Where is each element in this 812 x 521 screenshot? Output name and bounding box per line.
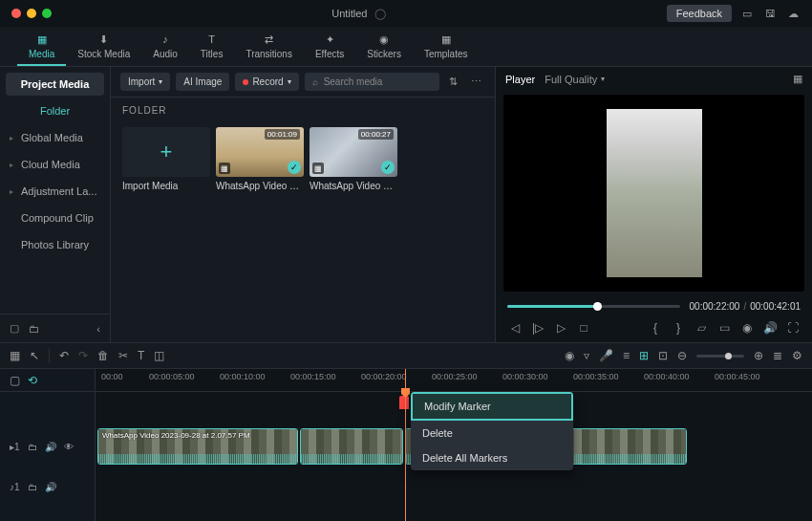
effects-icon: ✦: [322, 32, 337, 47]
step-back-icon[interactable]: |▷: [530, 321, 545, 335]
tab-titles[interactable]: TTitles: [189, 27, 235, 66]
marker-icon[interactable]: ▿: [584, 349, 589, 362]
scrub-knob[interactable]: [593, 302, 602, 311]
timeline-clip[interactable]: WhatsApp Video 2023-09-28 at 2.07.57 PM: [97, 428, 298, 465]
settings-icon[interactable]: ⚙: [792, 349, 802, 362]
cloud-icon[interactable]: ☁: [785, 6, 801, 21]
timeline-clip[interactable]: [300, 428, 403, 465]
quality-dropdown[interactable]: Full Quality ▾: [545, 74, 605, 85]
text-icon[interactable]: T: [138, 349, 144, 362]
chevron-down-icon: ▾: [601, 75, 605, 83]
snap-icon[interactable]: ⊞: [639, 349, 649, 362]
mic-icon[interactable]: 🎤: [599, 349, 613, 362]
timeline-marker[interactable]: [399, 396, 409, 409]
redo-icon[interactable]: ↷: [78, 349, 88, 362]
import-dropdown[interactable]: Import ▾: [120, 73, 170, 91]
collapse-sidebar-icon[interactable]: ‹: [96, 323, 100, 335]
sidebar-item-photos-library[interactable]: Photos Library: [0, 231, 110, 258]
media-item[interactable]: 00:01:09 ▦ ✓ WhatsApp Video 202...: [216, 127, 304, 191]
video-badge-icon: ▦: [312, 163, 324, 174]
media-import-tile[interactable]: + Import Media: [122, 127, 210, 191]
window-controls: [11, 9, 52, 18]
filter-icon[interactable]: ⇅: [445, 74, 461, 90]
stock-media-icon: ⬇: [96, 32, 112, 47]
mixer-icon[interactable]: ≡: [623, 349, 630, 362]
minimize-window-button[interactable]: [27, 9, 36, 18]
media-icon: ▦: [34, 32, 50, 47]
stop-icon[interactable]: □: [576, 321, 591, 335]
track-lock-icon[interactable]: 🗀: [28, 482, 37, 492]
tab-stock-media[interactable]: ⬇Stock Media: [66, 27, 141, 66]
crop-tool-icon[interactable]: ◫: [154, 349, 164, 362]
cursor-icon[interactable]: ↖: [30, 349, 39, 362]
ai-image-button[interactable]: AI Image: [176, 73, 229, 91]
player-viewport[interactable]: [503, 95, 804, 292]
sidebar-item-global-media[interactable]: ▸Global Media: [0, 124, 110, 151]
tab-templates[interactable]: ▦Templates: [413, 27, 480, 66]
volume-icon[interactable]: 🔊: [762, 321, 778, 335]
track-manager-icon[interactable]: ▦: [10, 349, 20, 362]
play-icon[interactable]: ▷: [553, 321, 568, 335]
timeline-ruler[interactable]: 00:00 00:00:05:00 00:00:10:00 00:00:15:0…: [96, 369, 812, 392]
close-window-button[interactable]: [11, 9, 21, 18]
scrub-track[interactable]: [507, 305, 680, 308]
media-item[interactable]: 00:00:27 ▦ ✓ WhatsApp Video 202...: [310, 127, 397, 191]
sidebar-item-cloud-media[interactable]: ▸Cloud Media: [0, 151, 110, 178]
video-frame: [607, 109, 702, 277]
player-tab[interactable]: Player: [505, 74, 535, 85]
playhead[interactable]: [405, 369, 406, 521]
link-icon[interactable]: ⊡: [658, 349, 668, 362]
zoom-out-icon[interactable]: ⊖: [677, 349, 687, 362]
list-icon[interactable]: ≣: [773, 349, 782, 362]
track-mute-icon[interactable]: 🔊: [45, 482, 56, 492]
delete-icon[interactable]: 🗑: [97, 349, 109, 362]
titlebar: Untitled ◯ Feedback ▭ 🖫 ☁: [0, 0, 812, 27]
feedback-button[interactable]: Feedback: [667, 5, 732, 22]
zoom-in-icon[interactable]: ⊕: [754, 349, 763, 362]
video-track-header[interactable]: ▸1 🗀 🔊 👁: [0, 421, 95, 472]
chevron-right-icon: ▸: [10, 161, 17, 169]
sidebar-item-compound-clip[interactable]: Compound Clip: [0, 205, 110, 231]
split-icon[interactable]: ✂: [118, 349, 128, 362]
undo-icon[interactable]: ↶: [59, 349, 69, 362]
sidebar-folder[interactable]: Folder: [0, 101, 110, 124]
crop-icon[interactable]: ▱: [694, 321, 709, 335]
ctx-delete-all-markers[interactable]: Delete All Markers: [411, 445, 573, 470]
save-icon[interactable]: 🖫: [762, 6, 778, 21]
mark-in-icon[interactable]: {: [648, 321, 663, 335]
audio-track-header[interactable]: ♪1 🗀 🔊: [0, 472, 95, 501]
tab-audio[interactable]: ♪Audio: [141, 27, 189, 66]
sidebar-project-media[interactable]: Project Media: [6, 73, 104, 96]
ctx-delete[interactable]: Delete: [411, 421, 573, 445]
fullscreen-icon[interactable]: ⛶: [785, 321, 801, 335]
tab-transitions[interactable]: ⇄Transitions: [234, 27, 304, 66]
search-input[interactable]: ⌕Search media: [305, 73, 439, 91]
mark-out-icon[interactable]: }: [671, 321, 686, 335]
more-icon[interactable]: ⋯: [467, 74, 485, 90]
folder-icon[interactable]: 🗀: [29, 323, 39, 335]
record-dropdown[interactable]: Record ▾: [235, 73, 298, 91]
audio-icon: ♪: [158, 32, 173, 47]
snapshot-icon[interactable]: ▦: [793, 73, 802, 85]
new-folder-icon[interactable]: ▢: [10, 322, 19, 335]
chevron-right-icon: ▸: [10, 187, 17, 196]
prev-frame-icon[interactable]: ◁: [507, 321, 523, 335]
tab-stickers[interactable]: ◉Stickers: [355, 27, 413, 66]
stickers-icon: ◉: [376, 32, 392, 47]
camera-icon[interactable]: ◉: [739, 321, 755, 335]
titles-icon: T: [204, 32, 220, 47]
track-lock-icon[interactable]: 🗀: [28, 442, 37, 452]
tab-effects[interactable]: ✦Effects: [304, 27, 355, 66]
display-icon[interactable]: ▭: [739, 6, 755, 21]
track-visible-icon[interactable]: 👁: [64, 442, 74, 452]
edit-tool-icon[interactable]: ◉: [565, 349, 574, 362]
tab-media[interactable]: ▦Media: [17, 27, 66, 66]
display-mode-icon[interactable]: ▭: [716, 321, 732, 335]
auto-ripple-icon[interactable]: ⟲: [28, 374, 37, 387]
ctx-modify-marker[interactable]: Modify Marker: [411, 392, 573, 421]
sidebar-item-adjustment-layer[interactable]: ▸Adjustment La...: [0, 178, 110, 205]
maximize-window-button[interactable]: [42, 9, 52, 18]
track-mute-icon[interactable]: 🔊: [45, 442, 56, 452]
timeline-view-icon[interactable]: ▢: [10, 374, 20, 387]
zoom-slider[interactable]: [696, 355, 744, 358]
